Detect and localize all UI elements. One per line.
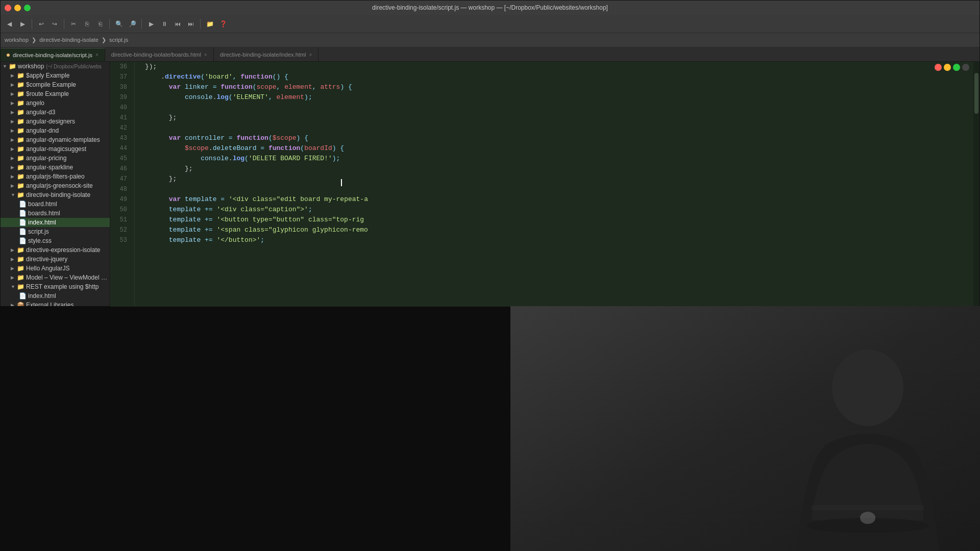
sidebar-item-angular-dnd[interactable]: ▶ 📁 angular-dnd (1, 126, 110, 135)
breadcrumb-workshop[interactable]: workshop (5, 37, 29, 43)
svg-point-1 (832, 349, 903, 426)
sidebar-item-model-view[interactable]: ▶ 📁 Model – View – ViewModel Exam (1, 273, 110, 282)
sidebar-item-scompile[interactable]: ▶ 📁 $compile Example (1, 80, 110, 89)
search-button[interactable]: 🔍 (113, 18, 125, 30)
sidebar-item-angularjs-filters[interactable]: ▶ 📁 angularjs-filters-paleo (1, 172, 110, 181)
sidebar-item-angularjs-greensock[interactable]: ▶ 📁 angularjs-greensock-site (1, 181, 110, 190)
paste-button[interactable]: ⎗ (94, 18, 106, 30)
minimize-button[interactable] (14, 5, 21, 11)
sidebar-label-hello-angularjs: Hello AngularJS (26, 265, 69, 272)
tab-boards-html[interactable]: directive-binding-isolate/boards.html × (105, 48, 214, 61)
code-line-50: template += '<div class="caption">'; (145, 205, 979, 215)
stop-button[interactable]: ⏸ (159, 18, 170, 30)
arrow-angular-dynamic: ▶ (11, 137, 17, 142)
code-line-36: }); (145, 62, 979, 72)
tab-close-2[interactable]: × (204, 52, 207, 58)
code-line-44: $scope.deleteBoard = function(boardId) { (145, 143, 979, 154)
sidebar-item-board-html[interactable]: 📄 board.html (1, 199, 110, 209)
tab-script-js[interactable]: directive-binding-isolate/script.js × (1, 48, 105, 61)
sidebar-item-index-html[interactable]: 📄 index.html (1, 218, 110, 227)
ov-btn-gray[interactable] (962, 64, 969, 71)
ln-46: 46 (110, 164, 130, 174)
tab-dot-1 (7, 54, 10, 57)
ln-45: 45 (110, 154, 130, 164)
ov-btn-yellow[interactable] (944, 64, 951, 71)
ln-41: 41 (110, 113, 130, 123)
breadcrumb-folder[interactable]: directive-binding-isolate (39, 37, 99, 43)
ln-42: 42 (110, 123, 130, 133)
code-content[interactable]: }); .directive('board', function() { var… (143, 62, 979, 307)
folder-icon-workshop: 📁 (9, 63, 16, 70)
sidebar-item-directive-expression[interactable]: ▶ 📁 directive-expression-isolate (1, 245, 110, 255)
sidebar-item-angelo[interactable]: ▶ 📁 angelo (1, 98, 110, 108)
cut-button[interactable]: ✂ (68, 18, 79, 30)
svg-point-4 (860, 512, 875, 524)
sidebar-label-board-html: board.html (28, 201, 57, 208)
sidebar-label-sroute: $route Example (26, 90, 69, 97)
sidebar-item-angular-pricing[interactable]: ▶ 📁 angular-pricing (1, 154, 110, 163)
sidebar-item-angular-d3[interactable]: ▶ 📁 angular-d3 (1, 108, 110, 117)
sidebar-item-directive-binding[interactable]: ▼ 📁 directive-binding-isolate (1, 190, 110, 199)
tab-close-1[interactable]: × (95, 52, 99, 58)
back-button[interactable]: ◀ (4, 18, 15, 30)
redo-button[interactable]: ↪ (49, 18, 60, 30)
file-icon-style-css: 📄 (19, 237, 27, 244)
code-line-37: .directive('board', function() { (145, 72, 979, 82)
sidebar-item-angular-designers[interactable]: ▶ 📁 angular-designers (1, 117, 110, 126)
arrow-angular-pricing: ▶ (11, 156, 17, 161)
scrollbar-right[interactable] (973, 62, 979, 307)
folder-icon-sapply: 📁 (17, 72, 24, 79)
sidebar-label-model-view: Model – View – ViewModel Exam (26, 274, 110, 281)
sidebar-label-style-css: style.css (28, 237, 52, 244)
sidebar-label-scompile: $compile Example (26, 81, 76, 88)
scrollbar-thumb[interactable] (974, 73, 978, 114)
sidebar-item-style-css[interactable]: 📄 style.css (1, 236, 110, 245)
sidebar-item-sroute[interactable]: ▶ 📁 $route Example (1, 89, 110, 98)
maximize-button[interactable] (24, 5, 31, 11)
arrow-model-view: ▶ (11, 275, 17, 280)
run-button[interactable]: ▶ (145, 18, 157, 30)
window-controls (5, 5, 31, 11)
undo-button[interactable]: ↩ (36, 18, 47, 30)
ln-47: 47 (110, 174, 130, 184)
breadcrumb-file[interactable]: script.js (109, 37, 128, 43)
sidebar-label-angular-dynamic: angular-dynamic-templates (26, 136, 100, 143)
code-line-47: }; (145, 174, 979, 184)
sidebar-item-rest-index[interactable]: 📄 index.html (1, 291, 110, 300)
forward-button[interactable]: ▶ (17, 18, 28, 30)
step-into-button[interactable]: ⏮ (172, 18, 183, 30)
folder-icon-angularjs-filters: 📁 (17, 173, 24, 180)
sidebar-item-angular-sparkline[interactable]: ▶ 📁 angular-sparkline (1, 163, 110, 172)
code-area[interactable]: 36 37 38 39 40 41 42 43 44 45 46 47 48 4… (110, 62, 979, 307)
file-icon-boards-html: 📄 (19, 210, 27, 217)
ov-btn-red[interactable] (935, 64, 942, 71)
copy-button[interactable]: ⎘ (81, 18, 92, 30)
sidebar-item-workshop[interactable]: ▼ 📁 workshop (~/ Dropbox/Public/webs (1, 62, 110, 71)
sidebar-item-angular-dynamic[interactable]: ▶ 📁 angular-dynamic-templates (1, 135, 110, 144)
close-button[interactable] (5, 5, 11, 11)
ln-39: 39 (110, 92, 130, 103)
code-editor[interactable]: 36 37 38 39 40 41 42 43 44 45 46 47 48 4… (110, 62, 979, 307)
zoom-button[interactable]: 🔎 (127, 18, 138, 30)
folder-button[interactable]: 📁 (204, 18, 215, 30)
sidebar-item-angular-magic[interactable]: ▶ 📁 angular-magicsuggest (1, 144, 110, 154)
folder-icon-model-view: 📁 (17, 274, 24, 281)
sidebar-item-boards-html[interactable]: 📄 boards.html (1, 209, 110, 218)
presenter-bg (510, 306, 980, 551)
help-button[interactable]: ❓ (217, 18, 229, 30)
sidebar-item-sapply[interactable]: ▶ 📁 $apply Example (1, 71, 110, 80)
sidebar-item-rest-example[interactable]: ▼ 📁 REST example using $http (1, 282, 110, 291)
toolbar-divider-3 (109, 19, 110, 29)
sidebar-item-hello-angularjs[interactable]: ▶ 📁 Hello AngularJS (1, 264, 110, 273)
file-icon-script-js: 📄 (19, 228, 27, 235)
tab-index-html[interactable]: directive-binding-isolate/index.html × (214, 48, 319, 61)
sidebar-item-script-js[interactable]: 📄 script.js (1, 227, 110, 236)
sidebar-item-directive-jquery[interactable]: ▶ 📁 directive-jquery (1, 255, 110, 264)
ov-btn-green[interactable] (953, 64, 960, 71)
sidebar-label-rest-example: REST example using $http (26, 283, 99, 290)
tab-close-3[interactable]: × (309, 52, 312, 58)
folder-icon-scompile: 📁 (17, 81, 24, 88)
step-over-button[interactable]: ⏭ (185, 18, 197, 30)
folder-icon-angular-sparkline: 📁 (17, 164, 24, 171)
folder-icon-sroute: 📁 (17, 90, 24, 97)
